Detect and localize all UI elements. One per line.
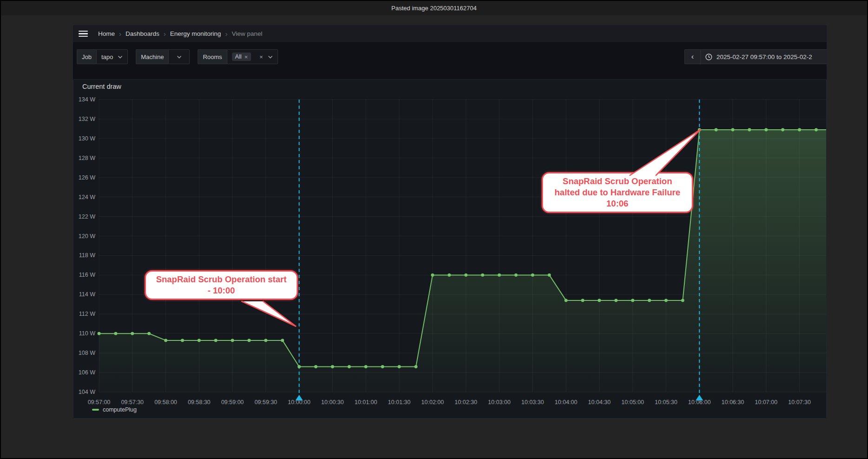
data-point[interactable] <box>114 332 118 335</box>
data-point[interactable] <box>214 339 218 342</box>
breadcrumb-view-panel: View panel <box>232 30 262 37</box>
data-point[interactable] <box>731 128 735 132</box>
data-point[interactable] <box>247 339 251 342</box>
data-point[interactable] <box>598 299 601 302</box>
data-point[interactable] <box>331 365 334 368</box>
filter-job-select[interactable]: tapo <box>96 49 128 64</box>
data-point[interactable] <box>164 339 167 342</box>
annotation-bubble-text: 10:06 <box>547 198 688 209</box>
data-point[interactable] <box>298 365 301 368</box>
screenshot-stage: Pasted image 20250301162704 Home › Dashb… <box>0 0 868 459</box>
x-axis-tick-label: 10:02:30 <box>455 399 477 406</box>
data-point[interactable] <box>98 332 101 335</box>
data-point[interactable] <box>131 332 134 335</box>
data-point[interactable] <box>815 128 818 132</box>
filter-rooms-select[interactable]: All × × <box>227 49 278 64</box>
clear-selection-icon[interactable]: × <box>259 54 263 60</box>
filter-job-value: tapo <box>101 53 113 60</box>
data-point[interactable] <box>698 128 701 132</box>
data-point[interactable] <box>715 128 718 132</box>
legend-series-swatch <box>92 409 99 411</box>
annotation-bubble-text: SnapRaid Scrub Operation <box>547 176 688 187</box>
filter-row: Job tapo Machine Rooms All × <box>77 49 278 64</box>
data-point[interactable] <box>748 128 751 132</box>
data-point[interactable] <box>615 299 618 302</box>
data-point[interactable] <box>348 365 351 368</box>
y-axis-tick-label: 120 W <box>79 233 95 239</box>
annotation-bubble-1: SnapRaid Scrub Operationhalted due to Ha… <box>542 172 693 213</box>
chip-remove-icon[interactable]: × <box>245 54 248 60</box>
data-point[interactable] <box>581 299 584 302</box>
chevron-right-icon: › <box>164 30 166 38</box>
data-point[interactable] <box>781 128 784 132</box>
data-point[interactable] <box>681 299 684 302</box>
y-axis-tick-label: 124 W <box>79 194 95 200</box>
data-point[interactable] <box>198 339 201 342</box>
series-area-fill <box>99 130 826 392</box>
x-axis-tick-label: 09:59:30 <box>254 399 277 406</box>
data-point[interactable] <box>281 339 284 342</box>
x-axis-tick-label: 09:58:30 <box>188 399 211 406</box>
panel-current-draw: Current draw 134 W132 W130 W128 W126 W12… <box>73 79 827 419</box>
menu-hamburger-icon[interactable] <box>79 31 88 37</box>
data-point[interactable] <box>464 273 468 277</box>
x-axis-tick-label: 10:01:00 <box>355 399 378 406</box>
x-axis-tick-label: 10:03:30 <box>521 399 544 406</box>
y-axis-tick-label: 106 W <box>79 369 95 376</box>
x-axis-tick-label: 10:04:00 <box>555 399 577 406</box>
time-range-text: 2025-02-27 09:57:00 to 2025-02-2 <box>716 53 812 60</box>
legend-series-label: computePlug <box>103 406 137 413</box>
data-point[interactable] <box>264 339 267 342</box>
y-axis-tick-label: 116 W <box>79 272 95 278</box>
x-axis-tick-label: 10:07:00 <box>755 399 778 406</box>
y-axis-tick-label: 118 W <box>79 252 95 259</box>
annotation-marker-icon[interactable] <box>696 395 703 400</box>
data-point[interactable] <box>231 339 234 342</box>
x-axis-tick-label: 10:05:00 <box>622 399 644 406</box>
grafana-window: Home › Dashboards › Energy monitoring › … <box>73 25 827 419</box>
data-point[interactable] <box>147 332 151 335</box>
data-point[interactable] <box>514 273 517 277</box>
data-point[interactable] <box>765 128 768 132</box>
y-axis-tick-label: 110 W <box>79 330 95 337</box>
data-point[interactable] <box>381 365 384 368</box>
data-point[interactable] <box>798 128 801 132</box>
annotation-marker-icon[interactable] <box>295 395 303 400</box>
breadcrumb-home[interactable]: Home <box>98 30 115 37</box>
data-point[interactable] <box>631 299 635 302</box>
time-shift-back-button[interactable]: ‹ <box>684 49 700 64</box>
breadcrumb-energy-monitoring[interactable]: Energy monitoring <box>170 30 221 37</box>
rooms-chip-all[interactable]: All × <box>232 53 252 61</box>
x-axis-tick-label: 09:58:00 <box>154 399 177 406</box>
time-picker: ‹ 2025-02-27 09:57:00 to 2025-02-2 <box>684 49 827 64</box>
breadcrumb-dashboards[interactable]: Dashboards <box>126 30 159 37</box>
y-axis-tick-label: 114 W <box>79 291 95 298</box>
top-navbar: Home › Dashboards › Energy monitoring › … <box>73 25 827 43</box>
filter-rooms-label: Rooms <box>198 49 226 64</box>
data-point[interactable] <box>448 273 451 277</box>
data-point[interactable] <box>548 273 551 277</box>
data-point[interactable] <box>481 273 484 277</box>
timeseries-chart[interactable]: 134 W132 W130 W128 W126 W124 W122 W120 W… <box>73 80 827 419</box>
data-point[interactable] <box>431 273 434 277</box>
data-point[interactable] <box>414 365 417 368</box>
y-axis-tick-label: 128 W <box>79 155 95 161</box>
data-point[interactable] <box>498 273 501 277</box>
annotation-bubble-text: - 10:00 <box>150 285 293 296</box>
legend-item-computeplug[interactable]: computePlug <box>92 406 137 413</box>
filter-machine-select[interactable] <box>168 49 190 64</box>
data-point[interactable] <box>648 299 651 302</box>
data-point[interactable] <box>314 365 318 368</box>
x-axis-tick-label: 10:04:30 <box>588 399 611 406</box>
data-point[interactable] <box>564 299 568 302</box>
data-point[interactable] <box>364 365 368 368</box>
breadcrumb: Home › Dashboards › Energy monitoring › … <box>98 30 262 38</box>
x-axis-tick-label: 10:06:30 <box>722 399 744 406</box>
filter-job: Job tapo <box>77 49 128 64</box>
x-axis-tick-label: 10:01:30 <box>388 399 411 406</box>
data-point[interactable] <box>664 299 668 302</box>
data-point[interactable] <box>531 273 534 277</box>
data-point[interactable] <box>398 365 401 368</box>
data-point[interactable] <box>181 339 184 342</box>
time-range-button[interactable]: 2025-02-27 09:57:00 to 2025-02-2 <box>700 49 827 64</box>
